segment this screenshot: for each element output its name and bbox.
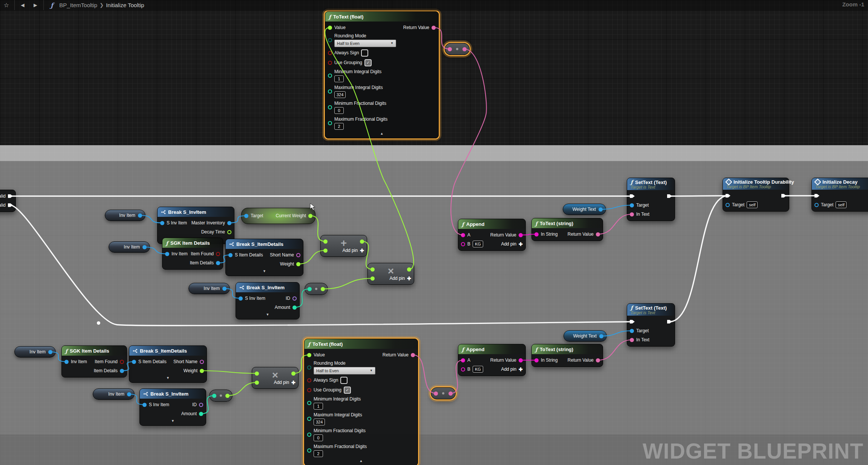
node-multiply-2[interactable]: Add pin✚× — [252, 367, 299, 389]
node-add-node[interactable]: Add pin✚+ — [320, 235, 367, 257]
pin-return-value[interactable] — [596, 358, 600, 362]
pin-minimum-integral-digits[interactable] — [328, 74, 332, 78]
pin-out[interactable] — [291, 371, 295, 376]
pin-target[interactable] — [814, 203, 819, 207]
node-reroute-int-1[interactable] — [305, 283, 328, 295]
value-field[interactable]: 1 — [334, 75, 344, 82]
pin-valid1[interactable] — [8, 203, 13, 207]
node-invitem-4[interactable]: Inv Item — [14, 346, 56, 358]
node-append-2[interactable]: ƒAppendAReturn ValueBKGAdd pin✚ — [458, 344, 526, 376]
pin-exec-out[interactable] — [781, 193, 786, 198]
pin-a[interactable] — [461, 358, 465, 362]
pin-valid0[interactable] — [8, 194, 13, 198]
pin-a[interactable] — [461, 233, 465, 237]
add-pin-button[interactable]: Add pin✚ — [342, 248, 364, 253]
pin-out[interactable] — [138, 213, 142, 218]
pin-in1[interactable] — [370, 276, 375, 281]
comment-header-band[interactable] — [0, 145, 868, 161]
pin-exec-out[interactable] — [667, 194, 672, 198]
add-pin-button[interactable]: Add pin✚ — [389, 276, 411, 281]
collapse-arrow-icon[interactable]: ▼ — [129, 375, 207, 381]
pin-return-value[interactable] — [519, 233, 523, 237]
pin-in-text[interactable] — [630, 212, 634, 216]
node-sgk-item-details-1[interactable]: ƒSGK Item DetailsInv ItemItem FoundItem … — [162, 238, 223, 270]
node-reroute-text-top[interactable] — [445, 43, 470, 55]
pin-target[interactable] — [630, 203, 634, 207]
pin-minimum-integral-digits[interactable] — [307, 401, 311, 405]
breadcrumb-root[interactable]: BP_ItemTooltip — [59, 2, 97, 8]
pin-value[interactable] — [307, 353, 311, 357]
pin-in-text[interactable] — [630, 338, 634, 342]
checkbox-unchecked[interactable] — [361, 49, 368, 57]
pin-in0[interactable] — [255, 371, 259, 376]
pin-rounding-mode[interactable] — [328, 38, 332, 42]
pin-in[interactable] — [212, 394, 216, 398]
pin-weight[interactable] — [296, 262, 300, 266]
pin-amount[interactable] — [292, 305, 297, 310]
pin-out[interactable] — [321, 287, 325, 291]
node-break-sinvitem-3[interactable]: Break S_InvItemS Inv ItemIDAmount▼ — [139, 388, 206, 426]
node-reroute-text-bottom[interactable] — [431, 387, 456, 399]
pin-exec-out[interactable] — [667, 319, 672, 324]
node-settext-2[interactable]: ƒSetText (Text)Target is TextTargetIn Te… — [627, 303, 675, 347]
pin-short-name[interactable] — [296, 253, 300, 257]
pin-always-sign[interactable] — [307, 378, 311, 382]
exec-wire-reroute-dot[interactable] — [97, 321, 100, 325]
collapse-arrow-icon[interactable]: ▼ — [236, 312, 299, 317]
pin-out[interactable] — [407, 267, 411, 272]
pin-return-value[interactable] — [519, 358, 523, 362]
rounding-mode-select[interactable]: Half to Even▼ — [334, 40, 396, 47]
value-field[interactable]: 0 — [314, 434, 323, 441]
pin-out[interactable] — [48, 350, 52, 354]
blueprint-graph-canvas[interactable]: ƒToText (float)ValueReturn ValueRounding… — [0, 0, 868, 465]
breadcrumb-current[interactable]: Initialize Tooltip — [106, 2, 144, 8]
value-field[interactable]: 2 — [314, 450, 323, 457]
pin-exec-in[interactable] — [630, 194, 635, 198]
pin-return-value[interactable] — [411, 353, 415, 357]
node-invitem-5[interactable]: Inv Item — [93, 388, 135, 400]
pin-use-grouping[interactable] — [328, 61, 332, 65]
pin-id[interactable] — [292, 296, 297, 301]
node-current-weight[interactable]: TargetCurrent Weight — [241, 208, 315, 224]
pin-item-details[interactable] — [120, 369, 124, 373]
pin-target[interactable] — [630, 329, 634, 333]
node-append-1[interactable]: ƒAppendAReturn ValueBKGAdd pin✚ — [458, 219, 526, 251]
node-isvalid-edge[interactable]: ValidValid — [0, 190, 16, 212]
checkbox-checked[interactable]: ✓ — [344, 387, 351, 394]
node-totext-string-1[interactable]: ƒToText (string)In StringReturn Value — [531, 218, 603, 241]
pin-current-weight[interactable] — [308, 214, 312, 218]
pin-exec-in[interactable] — [630, 319, 635, 324]
pin-minimum-fractional-digits[interactable] — [307, 433, 311, 437]
pin-maximum-fractional-digits[interactable] — [307, 448, 311, 453]
value-field[interactable]: 0 — [334, 107, 344, 114]
pin-out[interactable] — [599, 334, 603, 338]
node-invitem-1[interactable]: Inv Item — [105, 210, 145, 221]
value-field[interactable]: KG — [473, 241, 483, 247]
pin-item-found[interactable] — [120, 360, 124, 364]
pin-id[interactable] — [199, 403, 203, 407]
collapse-arrow-icon[interactable]: ▲ — [305, 458, 418, 463]
collapse-arrow-icon[interactable]: ▲ — [325, 131, 438, 136]
pin-return-value[interactable] — [432, 26, 436, 30]
pin-target[interactable] — [726, 203, 730, 207]
node-totext-float-top[interactable]: ƒToText (float)ValueReturn ValueRounding… — [325, 11, 439, 138]
pin-s-inv-item[interactable] — [239, 296, 243, 301]
collapse-arrow-icon[interactable]: ▼ — [140, 418, 206, 424]
pin-in[interactable] — [448, 47, 452, 51]
node-init-decay[interactable]: Initialize DecayTarget is BP Item Toolti… — [811, 178, 868, 212]
node-settext-1[interactable]: ƒSetText (Text)Target is TextTargetIn Te… — [627, 178, 675, 221]
pin-rounding-mode[interactable] — [307, 365, 311, 370]
pin-maximum-integral-digits[interactable] — [328, 89, 332, 94]
checkbox-unchecked[interactable] — [340, 377, 348, 384]
pin-amount[interactable] — [199, 412, 203, 416]
pin-in0[interactable] — [323, 239, 328, 244]
pin-exec-in[interactable] — [726, 193, 730, 198]
value-field[interactable]: 1 — [314, 403, 323, 410]
value-field[interactable]: 2 — [334, 123, 344, 130]
pin-s-item-details[interactable] — [228, 253, 233, 257]
pin-out[interactable] — [360, 239, 364, 244]
favorite-star-icon[interactable]: ☆ — [0, 2, 13, 9]
pin-s-item-details[interactable] — [132, 360, 136, 364]
pin-item-found[interactable] — [216, 252, 220, 256]
pin-in-string[interactable] — [534, 358, 539, 362]
